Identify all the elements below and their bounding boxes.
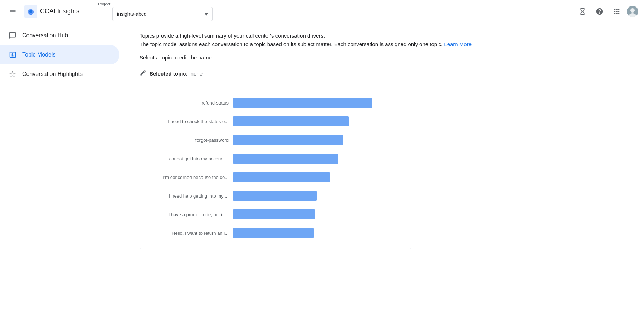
sidebar-item-conversation-highlights[interactable]: Conversation Highlights bbox=[0, 64, 119, 84]
topbar: CCAI Insights Project insights-abcd ▾ bbox=[0, 0, 644, 23]
selected-topic-value: none bbox=[191, 71, 203, 77]
chart-bar-label: I cannot get into my account... bbox=[140, 156, 233, 161]
chart-bar-area bbox=[233, 135, 404, 145]
topic-models-icon bbox=[9, 51, 16, 59]
select-topic-text: Select a topic to edit the name. bbox=[140, 54, 630, 61]
chart-bar-area bbox=[233, 228, 404, 238]
chart-bar[interactable] bbox=[233, 209, 315, 219]
app-layout: Conversation Hub Topic Models Conversati… bbox=[0, 23, 644, 324]
chart-bar[interactable] bbox=[233, 172, 330, 182]
chart-bar[interactable] bbox=[233, 116, 349, 126]
user-avatar[interactable] bbox=[627, 6, 638, 17]
chart-bar-label: I have a promo code, but it ... bbox=[140, 212, 233, 217]
dropdown-arrow-icon: ▾ bbox=[205, 10, 208, 18]
project-name: insights-abcd bbox=[117, 11, 205, 17]
learn-more-link[interactable]: Learn More bbox=[444, 41, 472, 47]
app-title: CCAI Insights bbox=[40, 8, 79, 15]
chart-bar-area bbox=[233, 116, 404, 126]
chart-bar-area bbox=[233, 172, 404, 182]
pencil-icon bbox=[140, 69, 147, 78]
sidebar-item-conversation-hub[interactable]: Conversation Hub bbox=[0, 26, 119, 45]
project-label: Project bbox=[98, 2, 213, 6]
main-content: Topics provide a high-level summary of y… bbox=[125, 23, 644, 324]
hamburger-menu-button[interactable] bbox=[6, 7, 20, 16]
chart-bar[interactable] bbox=[233, 98, 372, 108]
sidebar: Conversation Hub Topic Models Conversati… bbox=[0, 23, 125, 324]
chart-bar-area bbox=[233, 154, 404, 164]
apps-grid-button[interactable] bbox=[610, 4, 624, 19]
svg-point-1 bbox=[29, 10, 32, 13]
help-button[interactable] bbox=[592, 4, 607, 19]
chart-bar-label: I'm concerned because the co... bbox=[140, 175, 233, 180]
chart-row[interactable]: refund-status bbox=[140, 94, 404, 111]
conversation-highlights-icon bbox=[9, 70, 16, 78]
chart-bar-area bbox=[233, 191, 404, 201]
description-line1: Topics provide a high-level summary of y… bbox=[140, 32, 630, 49]
chart-bar-label: refund-status bbox=[140, 100, 233, 106]
selected-topic-row: Selected topic: none bbox=[140, 69, 630, 78]
chart-row[interactable]: Hello, I want to return an i... bbox=[140, 224, 404, 242]
chart-bar-label: Hello, I want to return an i... bbox=[140, 231, 233, 236]
project-dropdown[interactable]: insights-abcd ▾ bbox=[112, 7, 213, 21]
svg-point-3 bbox=[630, 8, 635, 13]
chart-row[interactable]: I cannot get into my account... bbox=[140, 150, 404, 167]
sidebar-label-topic-models: Topic Models bbox=[22, 52, 55, 58]
ccai-logo-icon bbox=[24, 5, 37, 18]
conversation-hub-icon bbox=[9, 32, 16, 39]
sidebar-label-conversation-hub: Conversation Hub bbox=[22, 32, 68, 39]
chart-inner: refund-statusI need to check the status … bbox=[140, 94, 404, 242]
topbar-left: CCAI Insights Project insights-abcd ▾ bbox=[6, 2, 575, 21]
chart-bar-area bbox=[233, 209, 404, 219]
project-selector-wrapper: Project insights-abcd ▾ bbox=[98, 2, 213, 21]
chart-row[interactable]: I have a promo code, but it ... bbox=[140, 206, 404, 223]
chart-row[interactable]: I'm concerned because the co... bbox=[140, 169, 404, 186]
topic-bar-chart: refund-statusI need to check the status … bbox=[140, 87, 411, 249]
chart-row[interactable]: I need to check the status o... bbox=[140, 113, 404, 130]
chart-bar-area bbox=[233, 98, 404, 108]
chart-bar-label: forgot-password bbox=[140, 137, 233, 143]
hourglass-button[interactable] bbox=[575, 4, 590, 19]
chart-bar[interactable] bbox=[233, 135, 343, 145]
chart-bar-label: I need to check the status o... bbox=[140, 119, 233, 124]
sidebar-label-conversation-highlights: Conversation Highlights bbox=[22, 71, 83, 77]
selected-topic-label: Selected topic: bbox=[150, 71, 188, 77]
topbar-right bbox=[575, 4, 638, 19]
chart-bar[interactable] bbox=[233, 154, 338, 164]
logo-area: CCAI Insights bbox=[24, 5, 79, 18]
chart-bar[interactable] bbox=[233, 191, 317, 201]
sidebar-item-topic-models[interactable]: Topic Models bbox=[0, 45, 119, 64]
chart-row[interactable]: forgot-password bbox=[140, 131, 404, 149]
chart-bar[interactable] bbox=[233, 228, 314, 238]
chart-bar-label: I need help getting into my ... bbox=[140, 193, 233, 199]
chart-row[interactable]: I need help getting into my ... bbox=[140, 187, 404, 204]
